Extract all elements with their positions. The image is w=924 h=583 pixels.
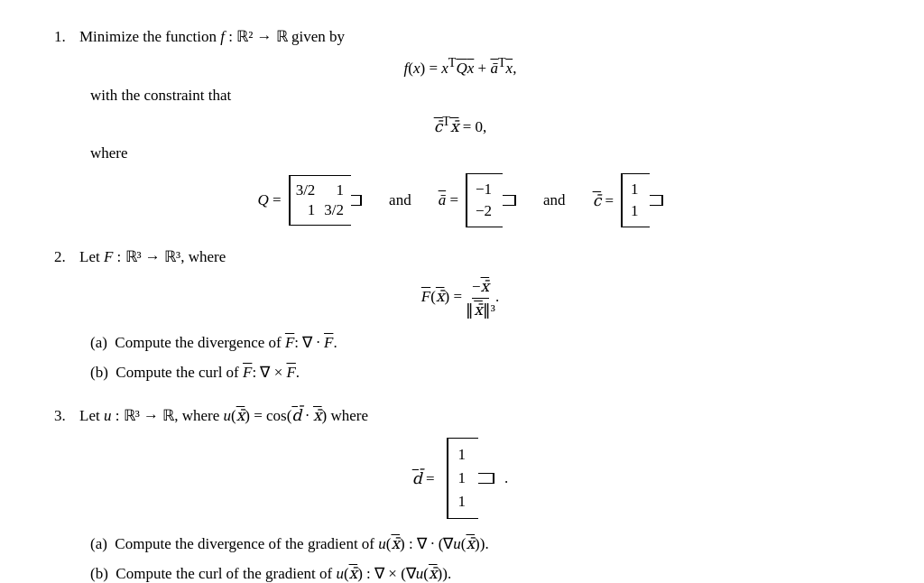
and-1: and — [389, 191, 411, 209]
c-cell-1: 1 — [627, 200, 642, 222]
c-label: c̄ = — [593, 191, 614, 210]
main-content: 1. Minimize the function f : ℝ² → ℝ give… — [54, 27, 866, 583]
problem-2-subs: (a) Compute the divergence of F: ∇ · F. … — [54, 330, 866, 386]
a-vector-table: −1 −2 — [472, 179, 495, 222]
problem-3b: (b) Compute the curl of the gradient of … — [90, 561, 866, 583]
d-cell-2: 1 — [454, 490, 469, 514]
problem-1: 1. Minimize the function f : ℝ² → ℝ give… — [54, 27, 866, 227]
c-vector: 1 1 ] — [621, 173, 663, 227]
problem-3: 3. Let u : ℝ³ → ℝ, where u(x̄) = cos(d̄ … — [54, 406, 866, 583]
formula-constraint: c̄Tx̄ = 0, — [54, 114, 866, 136]
q-cell-11: 3/2 — [322, 200, 346, 220]
problem-3-subs: (a) Compute the divergence of the gradie… — [54, 532, 866, 583]
problem-3a: (a) Compute the divergence of the gradie… — [90, 532, 866, 558]
a-vector: −1 −2 ] — [466, 173, 516, 227]
d-cell-0: 1 — [454, 443, 469, 467]
q-matrix-table: 3/2 1 1 3/2 — [294, 180, 346, 220]
problem-2-number: 2. — [54, 248, 74, 266]
matrix-definitions: Q = 3/2 1 1 3/2 — [54, 173, 866, 227]
c-cell-0: 1 — [627, 179, 642, 200]
q-label: Q = — [258, 191, 282, 209]
problem-2-text: Let F : ℝ³ → ℝ³, where — [79, 247, 226, 266]
problem-3-text: Let u : ℝ³ → ℝ, where u(x̄) = cos(d̄ · x… — [79, 406, 368, 425]
d-period: . — [504, 469, 508, 487]
q-cell-01: 1 — [322, 180, 346, 200]
q-matrix: 3/2 1 1 3/2 ] — [289, 175, 362, 226]
fraction-numerator: −x̄ — [472, 277, 489, 299]
and-2: and — [543, 191, 566, 209]
problem-1-number: 1. — [54, 28, 74, 46]
a-cell-0: −1 — [472, 179, 495, 200]
c-vector-expr: c̄ = 1 1 ] — [593, 173, 663, 227]
q-matrix-expr: Q = 3/2 1 1 3/2 — [258, 175, 363, 226]
where-label: where — [90, 144, 866, 162]
d-vector: 1 1 1 ] — [447, 438, 494, 519]
problem-3-number: 3. — [54, 407, 74, 425]
a-label: ā = — [439, 191, 458, 209]
d-vector-table: 1 1 1 — [454, 443, 469, 514]
q-cell-10: 1 — [294, 200, 323, 220]
problem-2: 2. Let F : ℝ³ → ℝ³, where F(x̄) = −x̄ ‖x… — [54, 247, 866, 386]
d-cell-1: 1 — [454, 467, 469, 490]
a-vector-expr: ā = −1 −2 ] — [439, 173, 516, 227]
a-cell-1: −2 — [472, 200, 495, 222]
constraint-intro: with the constraint that — [90, 87, 866, 105]
fraction-denominator: ‖x̄‖³ — [466, 301, 495, 319]
problem-1-intro: Minimize the function f : ℝ² → ℝ given b… — [79, 27, 345, 46]
q-cell-00: 3/2 — [294, 180, 323, 200]
formula-F: F(x̄) = −x̄ ‖x̄‖³ . — [54, 277, 866, 319]
problem-2a: (a) Compute the divergence of F: ∇ · F. — [90, 330, 866, 356]
d-vector-expr: d̄ = 1 1 1 — [412, 438, 508, 519]
formula-f: f(x) = xTQx + āTx, — [54, 55, 866, 78]
problem-2b: (b) Compute the curl of F: ∇ × F. — [90, 360, 866, 386]
d-label: d̄ = — [412, 469, 435, 488]
d-vector-row: d̄ = 1 1 1 — [54, 438, 866, 519]
c-vector-table: 1 1 — [627, 179, 642, 222]
